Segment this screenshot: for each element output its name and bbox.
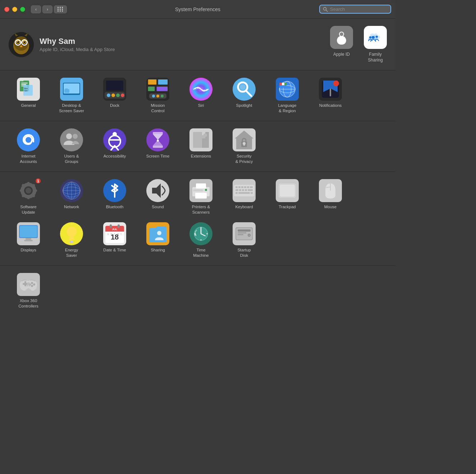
users-groups-icon [60,128,83,151]
svg-point-54 [161,95,164,97]
extensions-item[interactable]: Extensions [181,128,221,164]
accessibility-label: Accessibility [104,154,126,159]
svg-rect-89 [153,146,163,148]
svg-rect-46 [158,79,168,85]
other-icon-grid: Xbox 360Controllers [9,273,387,309]
svg-point-183 [207,233,208,234]
notifications-item[interactable]: Notifications [311,78,350,114]
hardware-section: 1 SoftwareUpdate [0,172,395,266]
titlebar: ‹ › System Preferences [0,0,395,19]
profile-info: Why Sam Apple ID, iCloud, Media & App St… [40,37,330,52]
security-privacy-item[interactable]: Security& Privacy [224,128,264,164]
language-region-item[interactable]: Language& Region [267,78,307,114]
svg-text:T: T [120,233,122,235]
svg-rect-130 [241,186,243,188]
svg-point-37 [107,94,110,97]
startup-disk-item[interactable]: StartupDisk [224,222,264,258]
avatar [9,32,34,57]
extensions-label: Extensions [191,154,211,159]
svg-rect-132 [247,186,249,188]
svg-point-80 [73,134,78,139]
family-sharing-button[interactable]: FamilySharing [364,26,387,63]
network-item[interactable]: Network [52,179,91,215]
svg-rect-153 [70,241,73,242]
svg-text:W: W [117,233,119,235]
profile-name: Why Sam [40,37,330,46]
keyboard-icon [233,179,256,202]
date-time-item[interactable]: JUL 18 S M T W T Date & Time [95,222,134,258]
apple-id-icon [330,26,353,49]
svg-rect-144 [279,184,295,197]
users-groups-item[interactable]: Users &Groups [52,128,91,164]
maximize-button[interactable] [20,7,25,12]
startup-disk-icon [233,222,256,245]
system-icon-grid: InternetAccounts Users &Groups [9,128,387,164]
xbox-controllers-item[interactable]: Xbox 360Controllers [9,273,48,309]
screen-time-item[interactable]: Screen Time [138,128,178,164]
security-privacy-icon [233,128,256,151]
spotlight-item[interactable]: Spotlight [224,78,264,114]
svg-rect-165 [118,224,120,228]
general-icon: File New Ope [17,78,40,101]
minimize-button[interactable] [12,7,17,12]
printers-scanners-icon [189,179,212,202]
energy-saver-item[interactable]: EnergySaver [52,222,91,258]
svg-point-75 [333,81,339,86]
svg-rect-67 [279,83,282,85]
mission-control-item[interactable]: MissionControl [138,78,178,114]
siri-icon [189,78,212,101]
svg-rect-70 [279,85,287,88]
svg-text:T: T [114,233,115,235]
displays-item[interactable]: Displays [9,222,48,258]
family-sharing-icon [364,26,387,49]
printers-scanners-item[interactable]: Printers &Scanners [181,179,221,215]
svg-rect-131 [244,186,246,188]
energy-saver-label: EnergySaver [65,247,78,258]
displays-label: Displays [20,247,36,253]
general-item[interactable]: File New Ope General [9,78,48,114]
svg-point-38 [111,94,115,97]
apple-id-button[interactable]: Apple ID [330,26,353,63]
svg-point-192 [248,234,250,236]
notifications-label: Notifications [319,103,342,108]
svg-point-53 [156,95,159,97]
accessibility-item[interactable]: Accessibility [95,128,134,164]
software-update-item[interactable]: 1 SoftwareUpdate [9,179,48,215]
keyboard-item[interactable]: Keyboard [224,179,264,215]
svg-rect-74 [330,88,331,96]
grid-view-button[interactable] [54,5,67,13]
date-time-icon: JUL 18 S M T W T [103,222,126,245]
nav-buttons: ‹ › [31,5,52,13]
dock-icon [103,78,126,101]
system-section: InternetAccounts Users &Groups [0,121,395,172]
svg-rect-189 [238,232,246,233]
time-machine-item[interactable]: TimeMachine [181,222,221,258]
mouse-label: Mouse [324,204,337,210]
internet-accounts-icon [17,128,40,151]
svg-rect-137 [245,189,247,191]
back-button[interactable]: ‹ [31,5,41,13]
mouse-item[interactable]: Mouse [311,179,350,215]
desktop-screensaver-item[interactable]: Desktop &Screen Saver [52,78,91,114]
svg-point-11 [17,41,19,43]
mission-control-icon [146,78,169,101]
svg-rect-202 [29,285,30,286]
grid-dot [62,9,63,10]
trackpad-item[interactable]: Trackpad [267,179,307,215]
close-button[interactable] [4,7,9,12]
internet-accounts-item[interactable]: InternetAccounts [9,128,48,164]
search-box[interactable] [319,5,391,14]
dock-item[interactable]: Dock [95,78,134,114]
svg-text:JUL: JUL [112,228,117,231]
general-label: General [21,103,36,108]
search-input[interactable] [330,6,388,12]
svg-rect-41 [106,81,123,91]
date-time-label: Date & Time [103,247,126,253]
language-region-icon [276,78,299,101]
sound-item[interactable]: Sound [138,179,178,215]
forward-button[interactable]: › [42,5,52,13]
siri-item[interactable]: Siri [181,78,221,114]
bluetooth-item[interactable]: Bluetooth [95,179,134,215]
sharing-item[interactable]: Sharing [138,222,178,258]
software-update-badge: 1 [35,178,41,184]
